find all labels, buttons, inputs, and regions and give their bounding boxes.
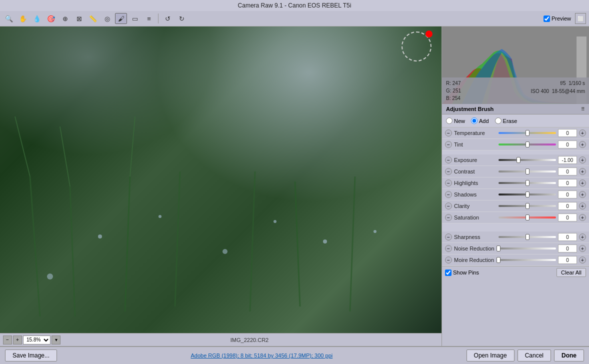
clarity-thumb[interactable] bbox=[526, 203, 530, 209]
aperture: f/5 bbox=[560, 80, 566, 86]
contrast-plus-btn[interactable]: + bbox=[579, 168, 586, 175]
redeye-tool[interactable]: ◎ bbox=[101, 13, 113, 24]
r-value: 247 bbox=[452, 80, 461, 86]
shadows-minus-btn[interactable]: − bbox=[445, 191, 452, 198]
saturation-plus-btn[interactable]: + bbox=[579, 214, 586, 221]
sharpness-value-input[interactable] bbox=[558, 233, 577, 241]
tint-thumb[interactable] bbox=[526, 142, 530, 148]
contrast-track-wrap[interactable] bbox=[498, 168, 556, 175]
tint-value-input[interactable] bbox=[558, 140, 577, 148]
zoom-select[interactable]: 15.8% 25% 33% 50% 66% 100% bbox=[23, 336, 50, 344]
rotate-right-btn[interactable]: ↻ bbox=[176, 13, 188, 24]
sharpness-label: Sharpness bbox=[454, 234, 496, 240]
contrast-minus-btn[interactable]: − bbox=[445, 168, 452, 175]
noise-reduction-thumb[interactable] bbox=[496, 246, 500, 252]
temperature-track-wrap[interactable] bbox=[498, 130, 556, 136]
highlights-thumb[interactable] bbox=[526, 180, 530, 186]
sharpness-track-wrap[interactable] bbox=[498, 234, 556, 240]
white-balance-tool[interactable]: 💧 bbox=[31, 13, 43, 24]
adjustment-brush-tool[interactable]: 🖌 bbox=[115, 13, 127, 24]
clarity-value-input[interactable] bbox=[558, 202, 577, 210]
straighten-tool[interactable]: 📏 bbox=[87, 13, 99, 24]
grad-filter-tool[interactable]: ▭ bbox=[129, 13, 141, 24]
bottom-strip: Show Pins Clear All bbox=[442, 266, 589, 278]
zoom-increase-btn[interactable]: + bbox=[13, 336, 22, 344]
save-image-btn[interactable]: Save Image... bbox=[5, 350, 57, 362]
color-profile-info[interactable]: Adobe RGB (1998); 8 bit; 5184 by 3456 (1… bbox=[61, 352, 462, 358]
highlights-value-input[interactable] bbox=[558, 179, 577, 187]
show-pins-checkbox[interactable] bbox=[445, 270, 452, 276]
sharpness-thumb[interactable] bbox=[526, 234, 530, 240]
noise-reduction-plus-btn[interactable]: + bbox=[579, 245, 586, 252]
shadows-plus-btn[interactable]: + bbox=[579, 191, 586, 198]
moire-reduction-thumb[interactable] bbox=[496, 257, 500, 263]
hand-tool[interactable]: ✋ bbox=[17, 13, 29, 24]
highlights-plus-btn[interactable]: + bbox=[579, 180, 586, 186]
temperature-thumb[interactable] bbox=[526, 130, 530, 136]
image-canvas[interactable] bbox=[0, 26, 442, 333]
moire-reduction-track bbox=[498, 259, 556, 261]
noise-reduction-minus-btn[interactable]: − bbox=[445, 245, 452, 252]
histogram-area: R: 247 G: 251 B: 254 f/5 1/160 s ISO 400… bbox=[442, 26, 589, 104]
sharpness-plus-btn[interactable]: + bbox=[579, 234, 586, 240]
sharpness-minus-btn[interactable]: − bbox=[445, 234, 452, 240]
zoom-decrease-btn[interactable]: − bbox=[3, 336, 12, 344]
header-menu-icon[interactable]: ⠿ bbox=[581, 106, 585, 112]
fullscreen-btn[interactable]: ⬜ bbox=[575, 13, 586, 24]
tint-plus-btn[interactable]: + bbox=[579, 141, 586, 148]
erase-radio[interactable] bbox=[495, 118, 502, 124]
moire-reduction-track-wrap[interactable] bbox=[498, 256, 556, 264]
add-radio-label[interactable]: Add bbox=[471, 118, 489, 124]
contrast-thumb[interactable] bbox=[526, 168, 530, 174]
highlights-track-wrap[interactable] bbox=[498, 180, 556, 186]
targeted-adj-tool[interactable]: ⊕ bbox=[59, 13, 71, 24]
moire-reduction-minus-btn[interactable]: − bbox=[445, 256, 452, 264]
add-radio[interactable] bbox=[471, 118, 478, 124]
clarity-plus-btn[interactable]: + bbox=[579, 202, 586, 210]
zoom-tool[interactable]: 🔍 bbox=[3, 13, 15, 24]
exposure-value-input[interactable] bbox=[558, 156, 577, 164]
highlights-minus-btn[interactable]: − bbox=[445, 180, 452, 186]
shadows-track-wrap[interactable] bbox=[498, 191, 556, 198]
highlights-track bbox=[498, 182, 556, 184]
exposure-plus-btn[interactable]: + bbox=[579, 156, 586, 164]
color-sampler-tool[interactable]: 🎯 bbox=[45, 13, 57, 24]
clarity-minus-btn[interactable]: − bbox=[445, 202, 452, 210]
done-btn[interactable]: Done bbox=[554, 350, 584, 362]
show-pins-label[interactable]: Show Pins bbox=[445, 270, 479, 276]
noise-reduction-value-input[interactable] bbox=[558, 244, 577, 252]
clarity-track-wrap[interactable] bbox=[498, 202, 556, 210]
exposure-minus-btn[interactable]: − bbox=[445, 156, 452, 164]
contrast-value-input[interactable] bbox=[558, 168, 577, 176]
zoom-dropdown-btn[interactable]: ▾ bbox=[52, 336, 60, 344]
erase-radio-label[interactable]: Erase bbox=[495, 118, 518, 124]
saturation-minus-btn[interactable]: − bbox=[445, 214, 452, 221]
shadows-value-input[interactable] bbox=[558, 190, 577, 198]
preview-checkbox[interactable] bbox=[544, 16, 550, 22]
open-image-btn[interactable]: Open Image bbox=[466, 350, 514, 362]
clear-all-btn[interactable]: Clear All bbox=[556, 268, 586, 277]
cancel-btn[interactable]: Cancel bbox=[518, 350, 551, 362]
shadows-thumb[interactable] bbox=[526, 192, 530, 198]
saturation-thumb[interactable] bbox=[526, 214, 530, 220]
saturation-label: Saturation bbox=[454, 214, 496, 220]
temperature-plus-btn[interactable]: + bbox=[579, 130, 586, 136]
tint-minus-btn[interactable]: − bbox=[445, 141, 452, 148]
slider-row-noise-reduction: − Noise Reduction + bbox=[442, 243, 589, 254]
moire-reduction-value-input[interactable] bbox=[558, 256, 577, 264]
exposure-thumb[interactable] bbox=[516, 157, 520, 163]
temperature-value-input[interactable] bbox=[558, 129, 577, 137]
preview-checkbox-label[interactable]: Preview bbox=[544, 16, 571, 22]
noise-reduction-track-wrap[interactable] bbox=[498, 245, 556, 252]
new-radio-label[interactable]: New bbox=[446, 118, 465, 124]
tint-track-wrap[interactable] bbox=[498, 141, 556, 148]
exposure-track-wrap[interactable] bbox=[498, 156, 556, 164]
rotate-left-btn[interactable]: ↺ bbox=[162, 13, 174, 24]
saturation-value-input[interactable] bbox=[558, 214, 577, 222]
saturation-track-wrap[interactable] bbox=[498, 214, 556, 221]
radial-filter-tool[interactable]: ≡ bbox=[143, 13, 155, 24]
crop-tool[interactable]: ⊠ bbox=[73, 13, 85, 24]
moire-reduction-plus-btn[interactable]: + bbox=[579, 256, 586, 264]
new-radio[interactable] bbox=[446, 118, 452, 124]
temperature-minus-btn[interactable]: − bbox=[445, 130, 452, 136]
